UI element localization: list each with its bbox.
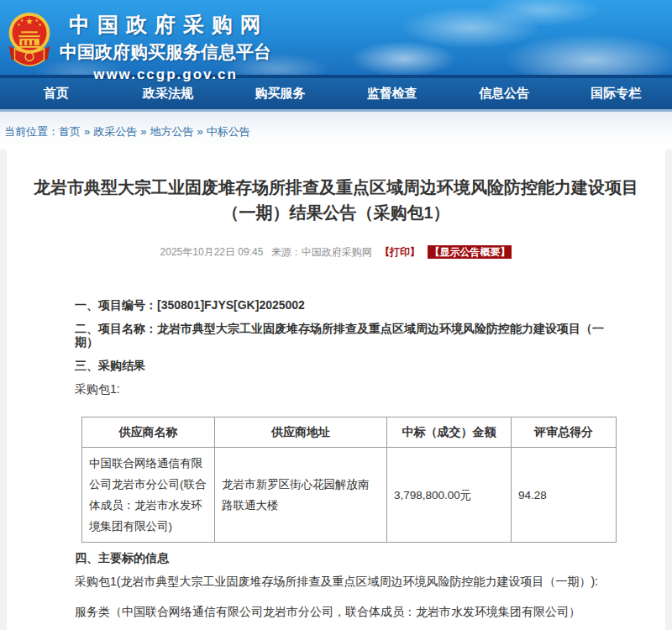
section-main-subject-info: 四、主要标的信息 <box>75 551 623 564</box>
publish-datetime: 2025年10月22日 09:45 <box>160 246 264 258</box>
article-meta: 2025年10月22日 09:45 来源：中国政府采购网 【打印】 【显示公告概… <box>7 245 665 260</box>
cell-supplier-name: 中国联合网络通信有限公司龙岩市分公司(联合体成员：龙岩市水发环境集团有限公司) <box>82 448 215 543</box>
cell-supplier-address: 龙岩市新罗区街心花园解放南路联通大楼 <box>215 448 387 543</box>
site-header: ★ ★ ★ ★ ★ 中 国 政 府 采 购 网 中国政府购买服务信息平台 <box>0 0 672 75</box>
section-project-name: 二、项目名称：龙岩市典型大宗工业固废堆存场所排查及重点区域周边环境风险防控能力建… <box>75 322 623 349</box>
svg-text:★: ★ <box>20 18 24 23</box>
svg-text:★: ★ <box>25 16 34 26</box>
nav-item-international[interactable]: 国际专栏 <box>560 78 672 109</box>
breadcrumb: 当前位置：首页»政采公告»地方公告»中标公告 <box>0 109 672 150</box>
site-title: 中 国 政 府 采 购 网 <box>55 11 276 39</box>
breadcrumb-local-announcements[interactable]: 地方公告 <box>150 125 193 138</box>
article-panel: 龙岩市典型大宗工业固废堆存场所排查及重点区域周边环境风险防控能力建设项目 （一期… <box>7 150 665 630</box>
section-procurement-result: 三、采购结果 <box>75 359 623 372</box>
breadcrumb-procurement-announcements[interactable]: 政采公告 <box>93 125 137 138</box>
package-detail: 采购包1(龙岩市典型大宗工业固废堆存场所排查及重点区域周边环境风险防控能力建设项… <box>75 575 623 588</box>
section-project-number: 一、项目编号：[350801]FJYS[GK]2025002 <box>75 298 623 312</box>
svg-text:★: ★ <box>17 23 21 27</box>
col-header-amount: 中标（成交）金额 <box>387 417 512 448</box>
service-category-detail: 服务类（中国联合网络通信有限公司龙岩市分公司，联合体成员：龙岩市水发环境集团有限… <box>75 605 623 618</box>
svg-text:★: ★ <box>38 23 42 27</box>
show-summary-button[interactable]: 【显示公告概要】 <box>428 245 512 259</box>
table-row: 中国联合网络通信有限公司龙岩市分公司(联合体成员：龙岩市水发环境集团有限公司) … <box>82 448 617 543</box>
table-header-row: 供应商名称 供应商地址 中标（成交）金额 评审总得分 <box>82 417 617 448</box>
article-body: 一、项目编号：[350801]FJYS[GK]2025002 二、项目名称：龙岩… <box>75 298 623 618</box>
breadcrumb-separator: » <box>197 125 202 138</box>
breadcrumb-home[interactable]: 首页 <box>59 125 81 138</box>
article-source: 来源：中国政府采购网 <box>271 246 372 258</box>
breadcrumb-award-announcements[interactable]: 中标公告 <box>207 125 250 138</box>
page-title: 龙岩市典型大宗工业固废堆存场所排查及重点区域周边环境风险防控能力建设项目 （一期… <box>7 150 665 225</box>
site-brand[interactable]: 中 国 政 府 采 购 网 中国政府购买服务信息平台 www.ccgp.gov.… <box>55 11 276 83</box>
col-header-supplier-name: 供应商名称 <box>82 417 215 448</box>
breadcrumb-separator: » <box>140 125 146 138</box>
col-header-score: 评审总得分 <box>512 417 617 448</box>
national-emblem-icon: ★ ★ ★ ★ ★ <box>7 10 52 74</box>
site-url: www.ccgp.gov.cn <box>55 66 276 83</box>
breadcrumb-separator: » <box>84 125 90 138</box>
nav-item-supervision[interactable]: 监督检查 <box>336 78 448 109</box>
print-button[interactable]: 【打印】 <box>380 246 420 258</box>
page-title-line1: 龙岩市典型大宗工业固废堆存场所排查及重点区域周边环境风险防控能力建设项目 <box>7 175 665 200</box>
cell-score: 94.28 <box>512 448 617 543</box>
national-emblem-logo[interactable]: ★ ★ ★ ★ ★ <box>7 10 52 74</box>
site-subtitle: 中国政府购买服务信息平台 <box>55 40 276 64</box>
cell-amount: 3,798,800.00元 <box>387 448 512 543</box>
page-title-line2: （一期）结果公告（采购包1） <box>7 200 665 225</box>
package-label: 采购包1: <box>75 382 623 396</box>
breadcrumb-label: 当前位置： <box>4 125 59 138</box>
col-header-supplier-address: 供应商地址 <box>215 417 387 448</box>
nav-item-announcements[interactable]: 信息公告 <box>448 78 559 109</box>
result-table: 供应商名称 供应商地址 中标（成交）金额 评审总得分 中国联合网络通信有限公司龙… <box>81 417 617 543</box>
svg-text:★: ★ <box>35 18 39 23</box>
